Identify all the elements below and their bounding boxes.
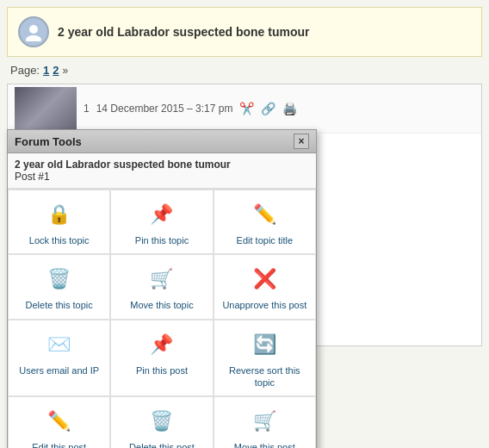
page-label: Page: (10, 64, 40, 77)
move-topic-icon: 🛒 (146, 264, 177, 295)
move-post-icon: 🛒 (249, 406, 280, 437)
thread-avatar (18, 16, 49, 47)
tool-users-email-ip[interactable]: ✉️Users email and IP (8, 320, 110, 397)
post-number: 1 (84, 103, 90, 115)
delete-topic-label: Delete this topic (26, 299, 93, 311)
print-icon[interactable]: 🖨️ (282, 102, 297, 115)
link-icon[interactable]: 🔗 (261, 102, 275, 115)
delete-post-icon: 🗑️ (146, 406, 177, 437)
edit-topic-title-label: Edit topic title (237, 234, 293, 246)
modal-titlebar: Forum Tools × (8, 130, 316, 153)
tool-reverse-sort[interactable]: 🔄Reverse sort this topic (214, 320, 316, 397)
tool-unapprove-post[interactable]: ❌Unapprove this post (214, 254, 316, 319)
thread-header: 2 year old Labrador suspected bone tumou… (7, 7, 482, 57)
unapprove-post-icon: ❌ (249, 264, 280, 295)
post-date: 14 December 2015 – 3:17 pm (96, 103, 233, 115)
reverse-sort-label: Reverse sort this topic (220, 364, 310, 389)
move-post-label: Move this post (234, 441, 295, 448)
lock-topic-label: Lock this topic (29, 234, 90, 246)
tool-grid: 🔒Lock this topic📌Pin this topic✏️Edit to… (8, 189, 316, 448)
delete-topic-icon: 🗑️ (44, 264, 75, 295)
modal-title: Forum Tools (15, 135, 82, 148)
modal-post-ref: Post #1 (15, 171, 50, 183)
tool-pin-topic[interactable]: 📌Pin this topic (110, 190, 213, 254)
tool-delete-topic[interactable]: 🗑️Delete this topic (8, 254, 110, 319)
edit-topic-title-icon: ✏️ (249, 199, 280, 230)
forum-tools-modal: Forum Tools × 2 year old Labrador suspec… (7, 129, 317, 448)
edit-post-icon: ✏️ (44, 406, 75, 437)
modal-thread-title: 2 year old Labrador suspected bone tumou… (15, 159, 231, 171)
users-email-ip-icon: ✉️ (44, 329, 75, 360)
users-email-ip-label: Users email and IP (19, 364, 99, 376)
post-meta-bar: 1 14 December 2015 – 3:17 pm ✂️ 🔗 🖨️ (8, 84, 481, 134)
svg-point-0 (29, 25, 38, 34)
tool-move-post[interactable]: 🛒Move this post (214, 396, 316, 448)
pin-topic-label: Pin this topic (135, 234, 189, 246)
page-1-link[interactable]: 1 (43, 64, 49, 77)
svg-point-1 (26, 35, 41, 41)
page-2-link[interactable]: 2 (53, 64, 59, 77)
modal-subtitle: 2 year old Labrador suspected bone tumou… (8, 153, 316, 189)
post-thumb-bg (15, 87, 77, 130)
lock-topic-icon: 🔒 (44, 199, 75, 230)
pin-post-label: Pin this post (136, 364, 188, 376)
move-topic-label: Move this topic (130, 299, 193, 311)
tool-edit-post[interactable]: ✏️Edit this post (8, 396, 110, 448)
tool-lock-topic[interactable]: 🔒Lock this topic (8, 190, 110, 254)
tool-delete-post[interactable]: 🗑️Delete this post (110, 396, 213, 448)
pin-post-icon: 📌 (146, 329, 177, 360)
reverse-sort-icon: 🔄 (249, 329, 280, 360)
unapprove-post-label: Unapprove this post (222, 299, 306, 311)
thread-title: 2 year old Labrador suspected bone tumou… (58, 25, 310, 39)
pin-topic-icon: 📌 (146, 199, 177, 230)
tool-move-topic[interactable]: 🛒Move this topic (110, 254, 213, 319)
tool-pin-post[interactable]: 📌Pin this post (110, 320, 213, 397)
page-next-icon[interactable]: » (62, 65, 68, 77)
edit-post-label: Edit this post (32, 441, 86, 448)
pagination-bar: Page: 1 2 » (10, 64, 479, 77)
tool-edit-topic-title[interactable]: ✏️Edit topic title (214, 190, 316, 254)
edit-icon[interactable]: ✂️ (239, 102, 254, 115)
delete-post-label: Delete this post (129, 441, 195, 448)
modal-close-button[interactable]: × (294, 134, 309, 149)
